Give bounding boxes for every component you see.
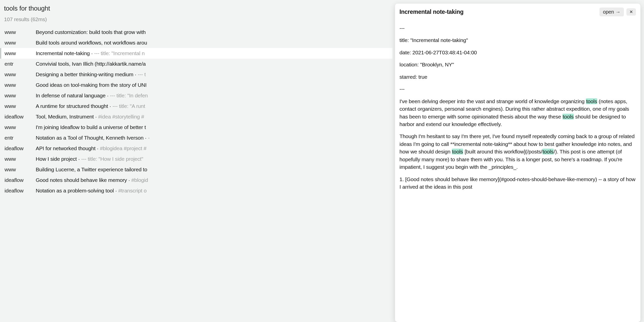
result-row[interactable]: entrConvivial tools, Ivan Illich (http:/… [0, 59, 392, 69]
result-row[interactable]: wwwI'm joining Ideaflow to build a unive… [0, 122, 392, 133]
result-meta: #blogidea #project # [100, 145, 146, 151]
result-row[interactable]: wwwBuild tools around workflows, not wor… [0, 37, 392, 48]
result-source: www [5, 103, 36, 109]
result-source: www [5, 50, 36, 56]
result-meta: #blogid [131, 177, 148, 183]
result-title: API for networked thought·#blogidea #pro… [36, 145, 146, 151]
result-source: www [5, 40, 36, 46]
result-row[interactable]: wwwDesigning a better thinking-writing m… [0, 69, 392, 80]
result-title: A runtime for structured thought·--- tit… [36, 103, 145, 109]
result-source: entr [5, 61, 36, 67]
result-meta: #idea #storytelling # [98, 114, 144, 119]
result-source: ideaflow [5, 188, 36, 194]
result-title: Good notes should behave like memory·#bl… [36, 177, 148, 183]
result-source: entr [5, 135, 36, 141]
result-title: In defense of natural language·--- title… [36, 93, 148, 99]
result-meta: --- title: "Incremental n [94, 50, 145, 56]
result-source: ideaflow [5, 114, 36, 120]
result-title: Notation as a Tool of Thought, Kenneth I… [36, 135, 150, 141]
result-title: Good ideas on tool-making from the story… [36, 82, 147, 88]
result-title: Notation as a problem-solving tool·#tran… [36, 188, 147, 194]
result-meta: - [148, 135, 150, 141]
result-meta: --- title: "In defen [110, 93, 148, 98]
result-source: www [5, 82, 36, 88]
result-row[interactable]: wwwBuilding Lucerne, a Twitter experienc… [0, 164, 392, 175]
result-row[interactable]: wwwIn defense of natural language·--- ti… [0, 90, 392, 101]
result-source: www [5, 156, 36, 162]
result-title: Beyond customization: build tools that g… [36, 29, 146, 35]
result-row[interactable]: wwwIncremental note-taking·--- title: "I… [0, 48, 392, 59]
result-title: Convivial tools, Ivan Illich (http://akk… [36, 61, 146, 67]
active-indicator [0, 48, 1, 59]
result-row[interactable]: ideaflowNotation as a problem-solving to… [0, 185, 392, 196]
results-count: 107 results (62ms) [4, 16, 388, 22]
result-source: www [5, 29, 36, 35]
result-source: www [5, 167, 36, 173]
result-meta: #transcript o [118, 188, 147, 193]
results-list: wwwBeyond customization: build tools tha… [0, 27, 392, 196]
search-query[interactable]: tools for thought [4, 5, 388, 12]
result-title: Build tools around workflows, not workfl… [36, 40, 147, 46]
result-source: ideaflow [5, 177, 36, 183]
result-title: Incremental note-taking·--- title: "Incr… [36, 50, 145, 56]
result-row[interactable]: ideaflowGood notes should behave like me… [0, 175, 392, 185]
result-title: How I side project·--- title: "How I sid… [36, 156, 143, 162]
result-row[interactable]: entrNotation as a Tool of Thought, Kenne… [0, 133, 392, 143]
result-meta: --- title: "How I side project" [81, 156, 143, 162]
result-row[interactable]: wwwGood ideas on tool-making from the st… [0, 80, 392, 90]
result-source: www [5, 124, 36, 130]
result-row[interactable]: wwwA runtime for structured thought·--- … [0, 101, 392, 111]
result-source: www [5, 71, 36, 77]
result-meta: --- t [138, 71, 146, 77]
result-title: I'm joining Ideaflow to build a universe… [36, 124, 146, 130]
result-title: Building Lucerne, a Twitter experience t… [36, 167, 147, 173]
result-row[interactable]: wwwBeyond customization: build tools tha… [0, 27, 392, 37]
result-title: Designing a better thinking-writing medi… [36, 71, 146, 77]
result-meta: --- title: "A runt [112, 103, 145, 109]
result-row[interactable]: ideaflowTool, Medium, Instrument·#idea #… [0, 111, 392, 122]
result-row[interactable]: ideaflowAPI for networked thought·#blogi… [0, 143, 392, 154]
result-row[interactable]: wwwHow I side project·--- title: "How I … [0, 154, 392, 164]
result-title: Tool, Medium, Instrument·#idea #storytel… [36, 114, 144, 120]
result-source: ideaflow [5, 145, 36, 151]
result-source: www [5, 93, 36, 99]
